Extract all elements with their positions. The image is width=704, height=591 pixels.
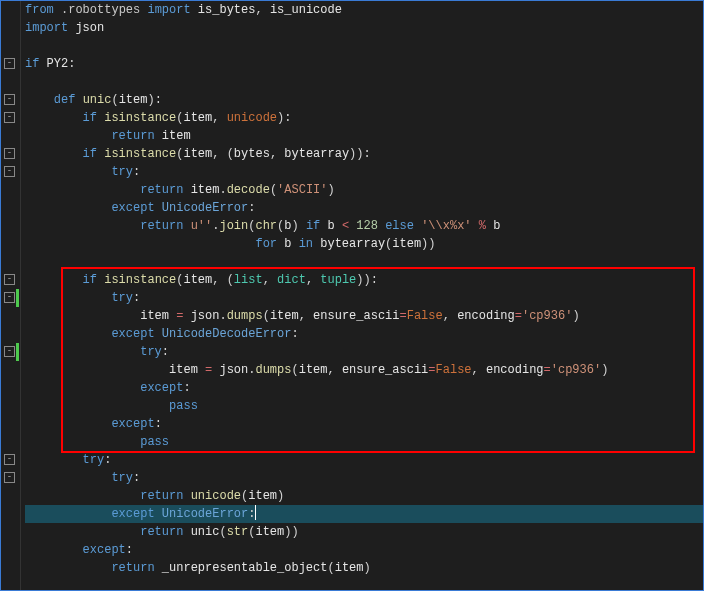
token-op xyxy=(25,525,140,539)
code-line[interactable]: try: xyxy=(25,469,703,487)
token-op xyxy=(198,363,205,377)
token-op: ): xyxy=(277,111,291,125)
token-op xyxy=(25,561,111,575)
token-bi: isinstance xyxy=(104,273,176,287)
token-op xyxy=(191,3,198,17)
code-area[interactable]: from .robottypes import is_bytes, is_uni… xyxy=(21,1,703,590)
code-line[interactable]: import json xyxy=(25,19,703,37)
code-line[interactable]: return item xyxy=(25,127,703,145)
token-op xyxy=(25,309,140,323)
code-editor[interactable]: ----------- from .robottypes import is_b… xyxy=(0,0,704,591)
token-op xyxy=(25,147,83,161)
code-line[interactable]: try: xyxy=(25,343,703,361)
fold-toggle[interactable]: - xyxy=(4,292,15,303)
token-id: b xyxy=(328,219,335,233)
code-line[interactable]: except: xyxy=(25,415,703,433)
token-op xyxy=(25,453,83,467)
token-op: , xyxy=(270,147,284,161)
fold-toggle[interactable]: - xyxy=(4,454,15,465)
code-line[interactable]: item = json.dumps(item, ensure_ascii=Fal… xyxy=(25,361,703,379)
code-line[interactable]: return u''.join(chr(b) if b < 128 else '… xyxy=(25,217,703,235)
fold-toggle[interactable]: - xyxy=(4,112,15,123)
token-id: bytes xyxy=(234,147,270,161)
token-id: encoding xyxy=(486,363,544,377)
token-bi: isinstance xyxy=(104,111,176,125)
code-line[interactable]: try: xyxy=(25,289,703,307)
token-id: item xyxy=(248,489,277,503)
code-line[interactable]: return unicode(item) xyxy=(25,487,703,505)
code-line[interactable]: pass xyxy=(25,397,703,415)
token-kw: try xyxy=(111,165,133,179)
code-line[interactable]: if PY2: xyxy=(25,55,703,73)
token-id: item xyxy=(255,525,284,539)
token-kw: except xyxy=(111,417,154,431)
code-line[interactable]: for b in bytearray(item)) xyxy=(25,235,703,253)
token-kw: except xyxy=(83,543,126,557)
token-op: , ( xyxy=(212,273,234,287)
token-bi: isinstance xyxy=(104,147,176,161)
token-fn: unic xyxy=(83,93,112,107)
token-op: )): xyxy=(356,273,378,287)
code-line[interactable]: def unic(item): xyxy=(25,91,703,109)
code-line[interactable]: except UnicodeError: xyxy=(25,505,703,523)
token-op xyxy=(25,219,140,233)
token-ex: UnicodeError xyxy=(162,507,248,521)
fold-toggle[interactable]: - xyxy=(4,472,15,483)
code-line[interactable]: try: xyxy=(25,451,703,469)
token-op: , ( xyxy=(212,147,234,161)
token-kw: try xyxy=(111,471,133,485)
token-kw: try xyxy=(83,453,105,467)
token-op: , xyxy=(263,273,277,287)
token-kw: try xyxy=(140,345,162,359)
token-op: . xyxy=(219,309,226,323)
code-line[interactable]: from .robottypes import is_bytes, is_uni… xyxy=(25,1,703,19)
fold-toggle[interactable]: - xyxy=(4,274,15,285)
code-line[interactable]: try: xyxy=(25,163,703,181)
token-op xyxy=(25,435,140,449)
code-line[interactable]: except: xyxy=(25,379,703,397)
token-kw: if xyxy=(306,219,320,233)
token-lt: = xyxy=(515,309,522,323)
fold-gutter[interactable]: ----------- xyxy=(1,1,21,590)
token-str: 'cp936' xyxy=(522,309,572,323)
code-line[interactable]: except UnicodeError: xyxy=(25,199,703,217)
fold-toggle[interactable]: - xyxy=(4,166,15,177)
token-ty: list xyxy=(234,273,263,287)
code-line[interactable]: if isinstance(item, unicode): xyxy=(25,109,703,127)
token-op xyxy=(472,219,479,233)
token-op: ) xyxy=(572,309,579,323)
token-lt: = xyxy=(544,363,551,377)
code-line[interactable]: return item.decode('ASCII') xyxy=(25,181,703,199)
token-id: b xyxy=(493,219,500,233)
token-kw: try xyxy=(111,291,133,305)
code-line[interactable]: except: xyxy=(25,541,703,559)
token-ty: tuple xyxy=(320,273,356,287)
token-op xyxy=(155,327,162,341)
token-op: : xyxy=(133,471,140,485)
fold-toggle[interactable]: - xyxy=(4,346,15,357)
token-op xyxy=(183,525,190,539)
code-line[interactable]: item = json.dumps(item, ensure_ascii=Fal… xyxy=(25,307,703,325)
code-line[interactable] xyxy=(25,577,703,591)
token-id: encoding xyxy=(457,309,515,323)
token-kw: in xyxy=(299,237,313,251)
code-line[interactable] xyxy=(25,253,703,271)
token-ex: UnicodeDecodeError xyxy=(162,327,292,341)
token-kw: return xyxy=(111,561,154,575)
code-line[interactable] xyxy=(25,37,703,55)
fold-toggle[interactable]: - xyxy=(4,58,15,69)
fold-toggle[interactable]: - xyxy=(4,148,15,159)
code-line[interactable]: if isinstance(item, (list, dict, tuple))… xyxy=(25,271,703,289)
code-line[interactable]: if isinstance(item, (bytes, bytearray)): xyxy=(25,145,703,163)
code-line[interactable]: except UnicodeDecodeError: xyxy=(25,325,703,343)
code-line[interactable] xyxy=(25,73,703,91)
token-kw: return xyxy=(111,129,154,143)
token-id: item xyxy=(119,93,148,107)
change-marker xyxy=(16,289,19,307)
token-op: : xyxy=(248,201,255,215)
code-line[interactable]: return unic(str(item)) xyxy=(25,523,703,541)
code-line[interactable]: pass xyxy=(25,433,703,451)
token-lt: = xyxy=(428,363,435,377)
code-line[interactable]: return _unrepresentable_object(item) xyxy=(25,559,703,577)
fold-toggle[interactable]: - xyxy=(4,94,15,105)
